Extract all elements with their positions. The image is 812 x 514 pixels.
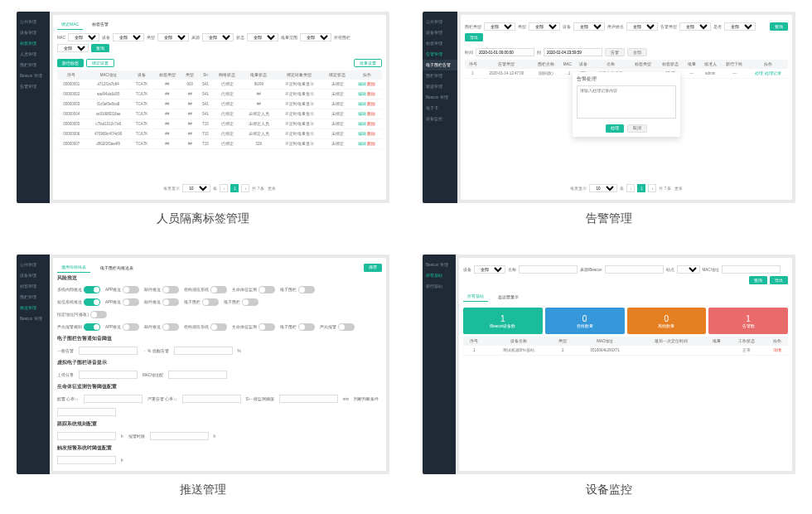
pager-next[interactable]: ›: [648, 184, 656, 192]
pager-size[interactable]: 10: [589, 184, 617, 192]
tab-tag-alarm[interactable]: 标签告警: [88, 19, 113, 29]
toggle-switch[interactable]: [259, 323, 275, 331]
add-tag-button[interactable]: 新增标签: [57, 59, 84, 67]
toggle-switch[interactable]: [162, 286, 179, 293]
tab-bind-mac[interactable]: 绑定MAC: [57, 19, 83, 30]
sel-dev[interactable]: 全部: [113, 33, 144, 41]
toggle-switch[interactable]: [84, 323, 100, 331]
edit-link[interactable]: 编辑: [358, 82, 366, 86]
toggle-switch[interactable]: [90, 311, 107, 318]
nav-item[interactable]: 设备管理: [423, 27, 457, 38]
toggle-switch[interactable]: [84, 298, 100, 306]
nav-item-current[interactable]: 电子围栏告警: [423, 60, 457, 70]
nav-item[interactable]: 所有基站: [423, 270, 456, 281]
btn-q[interactable]: 查询: [770, 22, 788, 31]
nav-item[interactable]: 公共管理: [17, 259, 50, 270]
toggle-switch[interactable]: [298, 323, 315, 331]
nav-item[interactable]: 围栏管理: [423, 70, 457, 81]
sel-station[interactable]: [677, 265, 700, 274]
inp-v1[interactable]: [79, 371, 138, 379]
edit-link[interactable]: 编辑: [358, 102, 366, 106]
nav-item[interactable]: 告警管理: [17, 81, 50, 92]
toggle-switch[interactable]: [162, 323, 179, 331]
batch-button[interactable]: 批量设置: [354, 59, 382, 67]
sel-mac[interactable]: 全部: [68, 33, 99, 41]
edit-link[interactable]: 编辑: [358, 122, 366, 126]
delete-link[interactable]: 删除: [367, 142, 375, 146]
inp-vd[interactable]: [57, 408, 116, 416]
toggle-switch[interactable]: [338, 323, 355, 331]
save-button[interactable]: 保存: [364, 264, 382, 272]
btn-export[interactable]: 导出: [770, 276, 788, 284]
nav-item[interactable]: Beacon 管理: [423, 92, 457, 103]
sel-dev[interactable]: 全部: [573, 22, 605, 31]
sel-dev[interactable]: 全部: [474, 265, 505, 274]
sel-type[interactable]: 全部: [529, 22, 560, 31]
delete-link[interactable]: 删除: [367, 92, 375, 96]
toggle-switch[interactable]: [123, 298, 139, 306]
inp-vb[interactable]: [182, 395, 241, 403]
nav-item[interactable]: 公共管理: [17, 17, 50, 27]
toggle-switch[interactable]: [298, 286, 315, 293]
nav-item[interactable]: Beacon 管理: [17, 70, 50, 81]
sel-type[interactable]: 全部: [157, 33, 189, 41]
nav-item[interactable]: 设备管理: [17, 27, 50, 38]
toggle-switch[interactable]: [242, 298, 259, 306]
edit-link[interactable]: 编辑: [358, 92, 366, 96]
btn-export[interactable]: 导出: [465, 33, 483, 41]
nav-item[interactable]: 标签管理: [17, 38, 50, 49]
toggle-switch[interactable]: [259, 286, 275, 293]
sel-fence[interactable]: 全部: [57, 44, 89, 52]
inp-tr[interactable]: [57, 456, 116, 464]
nav-item[interactable]: 设备管理: [17, 270, 50, 281]
nav-item[interactable]: 新增基站: [423, 281, 456, 292]
inp-mac[interactable]: [722, 265, 781, 274]
history-link[interactable]: 处理记录: [765, 71, 781, 75]
nav-item[interactable]: 公共管理: [423, 17, 457, 27]
subtab-all[interactable]: 全部: [627, 48, 647, 56]
pager-prev[interactable]: ‹: [626, 184, 635, 192]
inp-va[interactable]: [84, 395, 143, 403]
process-link[interactable]: 处理: [755, 71, 763, 75]
subtab-all[interactable]: 所有基站: [463, 291, 488, 302]
edit-link[interactable]: 编辑: [358, 132, 366, 136]
sel-alarm[interactable]: 全部: [679, 22, 711, 31]
search-button[interactable]: 查询: [91, 44, 109, 52]
pager-next[interactable]: ›: [241, 184, 249, 192]
stat-card[interactable]: 1告警数: [708, 308, 788, 334]
pager-size[interactable]: 10: [182, 184, 210, 192]
inp-t2[interactable]: [150, 432, 209, 440]
tab-general[interactable]: 通用与特殊表: [57, 262, 90, 273]
edit-link[interactable]: 编辑: [358, 142, 366, 146]
edit-link[interactable]: 编辑: [358, 112, 366, 116]
pager-1[interactable]: 1: [230, 184, 239, 192]
sel-src[interactable]: 全部: [202, 33, 234, 41]
tab-fence[interactable]: 电子围栏与推送表: [96, 263, 138, 273]
nav-item[interactable]: 电子卡: [423, 103, 457, 114]
btn-q[interactable]: 查询: [749, 276, 767, 284]
modal-cancel[interactable]: 取消: [627, 124, 647, 133]
nav-item[interactable]: 标签管理: [423, 38, 457, 49]
nav-item[interactable]: 告警管理: [423, 49, 457, 60]
toggle-switch[interactable]: [84, 286, 100, 293]
detail-link[interactable]: 详情: [773, 348, 781, 352]
toggle-switch[interactable]: [123, 286, 139, 293]
nav-item[interactable]: 围栏管理: [17, 60, 50, 70]
date-to[interactable]: [544, 48, 602, 56]
bind-button[interactable]: 绑定设置: [86, 59, 114, 67]
pager-1[interactable]: 1: [637, 184, 645, 192]
nav-item[interactable]: 设备监控: [423, 114, 457, 124]
sel-ftype[interactable]: 全部: [484, 22, 515, 31]
sel-name[interactable]: 全部: [626, 22, 658, 31]
stat-card[interactable]: 0在线数量: [545, 308, 625, 334]
delete-link[interactable]: 删除: [367, 102, 375, 106]
delete-link[interactable]: 删除: [367, 82, 375, 86]
nav-item[interactable]: 轨迹管理: [423, 81, 457, 92]
nav-item[interactable]: 人员管理: [17, 49, 50, 60]
date-from[interactable]: [476, 48, 534, 56]
pager-prev[interactable]: ‹: [220, 184, 228, 192]
sel-state[interactable]: 全部: [247, 33, 278, 41]
inp-name[interactable]: [519, 265, 578, 274]
modal-ok[interactable]: 处理: [606, 124, 624, 133]
delete-link[interactable]: 删除: [367, 112, 375, 116]
